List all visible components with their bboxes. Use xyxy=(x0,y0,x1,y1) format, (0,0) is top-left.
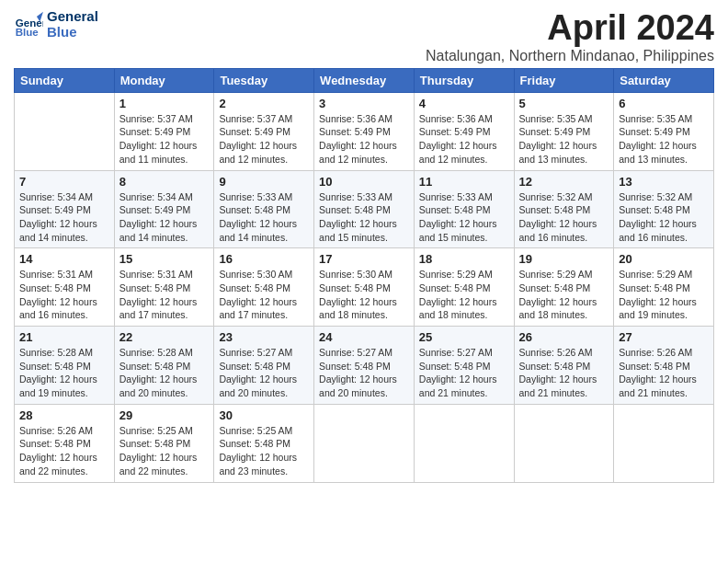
header-saturday: Saturday xyxy=(614,68,714,92)
day-info: Sunrise: 5:32 AMSunset: 5:48 PMDaylight:… xyxy=(519,190,609,245)
day-info: Sunrise: 5:33 AMSunset: 5:48 PMDaylight:… xyxy=(319,190,409,245)
location-title: Natalungan, Northern Mindanao, Philippin… xyxy=(426,48,714,64)
day-info: Sunrise: 5:31 AMSunset: 5:48 PMDaylight:… xyxy=(19,268,109,322)
calendar-cell: 24Sunrise: 5:27 AMSunset: 5:48 PMDayligh… xyxy=(314,327,415,405)
calendar-cell: 18Sunrise: 5:29 AMSunset: 5:48 PMDayligh… xyxy=(414,248,514,327)
calendar-cell: 2Sunrise: 5:37 AMSunset: 5:49 PMDaylight… xyxy=(214,92,314,170)
calendar-week-3: 14Sunrise: 5:31 AMSunset: 5:48 PMDayligh… xyxy=(15,248,714,327)
calendar-cell: 4Sunrise: 5:36 AMSunset: 5:49 PMDaylight… xyxy=(414,92,514,170)
day-number: 29 xyxy=(119,408,210,422)
day-info: Sunrise: 5:33 AMSunset: 5:48 PMDaylight:… xyxy=(419,190,509,245)
header-friday: Friday xyxy=(514,68,614,92)
day-number: 13 xyxy=(619,175,709,189)
calendar-cell: 7Sunrise: 5:34 AMSunset: 5:49 PMDaylight… xyxy=(15,170,115,248)
calendar-cell xyxy=(414,404,514,482)
header-sunday: Sunday xyxy=(15,68,115,92)
title-block: April 2024 Natalungan, Northern Mindanao… xyxy=(426,9,714,64)
calendar-cell: 19Sunrise: 5:29 AMSunset: 5:48 PMDayligh… xyxy=(514,248,614,327)
day-info: Sunrise: 5:25 AMSunset: 5:48 PMDaylight:… xyxy=(219,424,309,478)
calendar-cell: 20Sunrise: 5:29 AMSunset: 5:48 PMDayligh… xyxy=(614,248,714,327)
day-info: Sunrise: 5:32 AMSunset: 5:48 PMDaylight:… xyxy=(619,190,709,245)
calendar-cell: 15Sunrise: 5:31 AMSunset: 5:48 PMDayligh… xyxy=(114,248,214,327)
day-number: 28 xyxy=(19,408,109,422)
month-title: April 2024 xyxy=(426,9,714,48)
day-number: 16 xyxy=(219,252,309,266)
calendar-cell xyxy=(614,404,714,482)
calendar-cell: 28Sunrise: 5:26 AMSunset: 5:48 PMDayligh… xyxy=(15,404,115,482)
logo-icon: General Blue xyxy=(14,10,43,40)
calendar-cell: 13Sunrise: 5:32 AMSunset: 5:48 PMDayligh… xyxy=(614,170,714,248)
calendar-cell: 5Sunrise: 5:35 AMSunset: 5:49 PMDaylight… xyxy=(514,92,614,170)
day-number: 24 xyxy=(319,330,409,344)
day-number: 18 xyxy=(419,252,509,266)
day-number: 26 xyxy=(519,330,609,344)
day-number: 4 xyxy=(419,97,509,110)
calendar-cell: 30Sunrise: 5:25 AMSunset: 5:48 PMDayligh… xyxy=(214,404,314,482)
day-number: 1 xyxy=(119,97,210,110)
calendar-cell: 16Sunrise: 5:30 AMSunset: 5:48 PMDayligh… xyxy=(214,248,314,327)
day-info: Sunrise: 5:36 AMSunset: 5:49 PMDaylight:… xyxy=(319,112,409,167)
day-number: 9 xyxy=(219,175,309,189)
day-number: 7 xyxy=(19,175,109,189)
calendar-cell: 25Sunrise: 5:27 AMSunset: 5:48 PMDayligh… xyxy=(414,327,514,405)
day-info: Sunrise: 5:29 AMSunset: 5:48 PMDaylight:… xyxy=(619,268,709,322)
calendar-week-5: 28Sunrise: 5:26 AMSunset: 5:48 PMDayligh… xyxy=(15,404,714,482)
day-info: Sunrise: 5:26 AMSunset: 5:48 PMDaylight:… xyxy=(19,424,109,478)
day-number: 2 xyxy=(219,97,309,110)
calendar-cell xyxy=(314,404,415,482)
day-info: Sunrise: 5:35 AMSunset: 5:49 PMDaylight:… xyxy=(619,112,709,167)
header-monday: Monday xyxy=(114,68,214,92)
calendar-cell: 23Sunrise: 5:27 AMSunset: 5:48 PMDayligh… xyxy=(214,327,314,405)
day-info: Sunrise: 5:29 AMSunset: 5:48 PMDaylight:… xyxy=(519,268,609,322)
calendar-cell: 9Sunrise: 5:33 AMSunset: 5:48 PMDaylight… xyxy=(214,170,314,248)
day-info: Sunrise: 5:27 AMSunset: 5:48 PMDaylight:… xyxy=(219,346,309,400)
day-number: 3 xyxy=(319,97,409,110)
page-header: General Blue General Blue April 2024 Nat… xyxy=(14,9,714,64)
calendar-header-row: SundayMondayTuesdayWednesdayThursdayFrid… xyxy=(15,68,714,92)
day-info: Sunrise: 5:34 AMSunset: 5:49 PMDaylight:… xyxy=(19,190,109,245)
day-number: 11 xyxy=(419,175,509,189)
day-number: 6 xyxy=(619,97,709,110)
calendar-cell: 11Sunrise: 5:33 AMSunset: 5:48 PMDayligh… xyxy=(414,170,514,248)
calendar-cell: 6Sunrise: 5:35 AMSunset: 5:49 PMDaylight… xyxy=(614,92,714,170)
day-info: Sunrise: 5:33 AMSunset: 5:48 PMDaylight:… xyxy=(219,190,309,245)
logo: General Blue General Blue xyxy=(14,9,98,40)
calendar-cell xyxy=(15,92,115,170)
calendar-table: SundayMondayTuesdayWednesdayThursdayFrid… xyxy=(14,68,714,483)
calendar-cell: 14Sunrise: 5:31 AMSunset: 5:48 PMDayligh… xyxy=(15,248,115,327)
day-info: Sunrise: 5:26 AMSunset: 5:48 PMDaylight:… xyxy=(519,346,609,400)
day-info: Sunrise: 5:35 AMSunset: 5:49 PMDaylight:… xyxy=(519,112,609,167)
day-number: 19 xyxy=(519,252,609,266)
calendar-cell: 3Sunrise: 5:36 AMSunset: 5:49 PMDaylight… xyxy=(314,92,415,170)
day-number: 21 xyxy=(19,330,109,344)
logo-line1: General xyxy=(47,9,98,25)
logo-line2: Blue xyxy=(47,25,98,40)
day-number: 17 xyxy=(319,252,409,266)
day-number: 30 xyxy=(219,408,309,422)
day-number: 20 xyxy=(619,252,709,266)
calendar-week-2: 7Sunrise: 5:34 AMSunset: 5:49 PMDaylight… xyxy=(15,170,714,248)
day-number: 5 xyxy=(519,97,609,110)
day-number: 22 xyxy=(119,330,210,344)
day-info: Sunrise: 5:34 AMSunset: 5:49 PMDaylight:… xyxy=(119,190,210,245)
calendar-week-4: 21Sunrise: 5:28 AMSunset: 5:48 PMDayligh… xyxy=(15,327,714,405)
calendar-cell xyxy=(514,404,614,482)
calendar-cell: 21Sunrise: 5:28 AMSunset: 5:48 PMDayligh… xyxy=(15,327,115,405)
calendar-cell: 29Sunrise: 5:25 AMSunset: 5:48 PMDayligh… xyxy=(114,404,214,482)
calendar-cell: 1Sunrise: 5:37 AMSunset: 5:49 PMDaylight… xyxy=(114,92,214,170)
day-info: Sunrise: 5:37 AMSunset: 5:49 PMDaylight:… xyxy=(219,112,309,167)
header-thursday: Thursday xyxy=(414,68,514,92)
day-number: 12 xyxy=(519,175,609,189)
day-info: Sunrise: 5:27 AMSunset: 5:48 PMDaylight:… xyxy=(319,346,409,400)
day-info: Sunrise: 5:31 AMSunset: 5:48 PMDaylight:… xyxy=(119,268,210,322)
day-info: Sunrise: 5:25 AMSunset: 5:48 PMDaylight:… xyxy=(119,424,210,478)
day-number: 23 xyxy=(219,330,309,344)
day-info: Sunrise: 5:30 AMSunset: 5:48 PMDaylight:… xyxy=(319,268,409,322)
calendar-cell: 8Sunrise: 5:34 AMSunset: 5:49 PMDaylight… xyxy=(114,170,214,248)
day-number: 27 xyxy=(619,330,709,344)
day-number: 8 xyxy=(119,175,210,189)
day-info: Sunrise: 5:29 AMSunset: 5:48 PMDaylight:… xyxy=(419,268,509,322)
calendar-cell: 27Sunrise: 5:26 AMSunset: 5:48 PMDayligh… xyxy=(614,327,714,405)
day-number: 15 xyxy=(119,252,210,266)
day-number: 25 xyxy=(419,330,509,344)
